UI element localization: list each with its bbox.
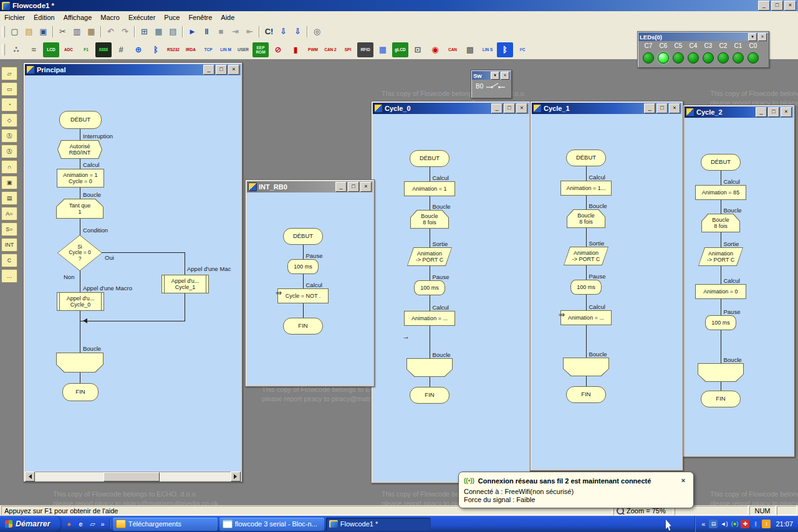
close-button[interactable]: ×: [669, 103, 680, 113]
led-C1[interactable]: [733, 52, 744, 64]
scrollbar-track[interactable]: [35, 472, 231, 481]
component-eeprom-button[interactable]: EEP ROM: [252, 42, 269, 57]
maximize-button[interactable]: □: [771, 1, 783, 11]
component-internet-button[interactable]: ⊕: [130, 42, 147, 57]
window-principal-titlebar[interactable]: Principal _□×: [25, 64, 241, 75]
flow-output[interactable]: Animation -> PORT C: [698, 247, 743, 266]
flow-calc[interactable]: Animation = 0: [695, 284, 746, 299]
switch-panel-titlebar[interactable]: Sw ▾×: [472, 71, 511, 80]
component-bluetooth-button[interactable]: ᛒ: [148, 42, 164, 57]
compile-button[interactable]: C!: [262, 25, 276, 39]
collapse-button[interactable]: ▾: [748, 33, 757, 41]
tool-loop-button[interactable]: ∩: [1, 160, 17, 174]
component-user-button[interactable]: USER: [235, 42, 251, 57]
security-icon[interactable]: ✚: [741, 520, 749, 528]
taskbar-task-bloc-notes[interactable]: flowcode 3 serial - Bloc-n...: [219, 518, 324, 531]
view-panel-button[interactable]: ▦: [151, 25, 166, 39]
component-speedo-button[interactable]: ◉: [427, 42, 443, 57]
close-button[interactable]: ×: [781, 107, 792, 117]
minimize-button[interactable]: _: [756, 107, 767, 117]
flow-macro-call-cycle1[interactable]: Appel d'u... Cycle_1: [161, 275, 209, 293]
led-C4[interactable]: [688, 52, 699, 64]
step-into-button[interactable]: ⇥: [228, 25, 243, 39]
close-button[interactable]: ×: [501, 72, 509, 80]
flow-calculation[interactable]: Animation = 1 Cycle = 0: [57, 169, 104, 188]
window-cycle-1-titlebar[interactable]: Cycle_1 _□×: [532, 103, 681, 114]
cut-button[interactable]: ✂: [55, 25, 70, 39]
flow-calc[interactable]: Animation = ...: [560, 310, 612, 325]
component-disable-button[interactable]: ⊘: [270, 42, 286, 57]
tool-connection-button[interactable]: Ⓐ: [1, 129, 17, 143]
stop-button[interactable]: ■: [214, 25, 228, 39]
switch-panel[interactable]: Sw ▾× B0: [471, 70, 512, 98]
flow-loop-end[interactable]: [406, 358, 453, 377]
tool-calculation-button[interactable]: A=: [1, 207, 17, 221]
tray-chevron-icon[interactable]: «: [700, 520, 706, 528]
taskbar-task-telechargements[interactable]: Téléchargements: [113, 518, 218, 531]
component-pwm-button[interactable]: PWM: [305, 42, 321, 57]
window-cycle-0-titlebar[interactable]: Cycle_0 _□×: [373, 103, 529, 114]
run-button[interactable]: ►: [185, 25, 200, 39]
copy-button[interactable]: ▥: [70, 25, 84, 39]
maximize-button[interactable]: □: [504, 103, 515, 113]
close-button[interactable]: ×: [784, 1, 796, 11]
component-7seg-button[interactable]: 8888: [95, 42, 112, 57]
flow-end[interactable]: FIN: [62, 383, 99, 401]
tool-component-macro-button[interactable]: ▤: [1, 191, 17, 205]
flow-end[interactable]: FIN: [283, 318, 323, 335]
component-can-button[interactable]: CAN: [445, 42, 461, 57]
window-int-rb0[interactable]: INT_RB0 _□× DÉBUTPause100 msCalculCycle …: [245, 179, 375, 387]
flow-start[interactable]: DÉBUT: [566, 150, 606, 166]
flow-start[interactable]: DÉBUT: [410, 150, 449, 167]
start-button[interactable]: Démarrer: [0, 516, 60, 532]
minimize-button[interactable]: _: [491, 103, 502, 113]
wireless-notification-balloon[interactable]: ((•)) Connexion réseau sans fil 2 est ma…: [458, 472, 694, 508]
switch-icon[interactable]: [486, 82, 505, 90]
led-C3[interactable]: [703, 52, 714, 64]
leds-panel-titlebar[interactable]: LEDs(0) ▾×: [638, 32, 768, 41]
scroll-right-button[interactable]: [231, 472, 241, 482]
volume-icon[interactable]: ◄): [719, 520, 728, 528]
flow-output[interactable]: Animation -> PORT C: [564, 247, 608, 265]
maximize-button[interactable]: □: [348, 182, 359, 192]
component-lin-slave-button[interactable]: LIN S: [479, 42, 496, 57]
redo-button[interactable]: ↷: [118, 25, 132, 39]
component-rfid-button[interactable]: RFID: [357, 42, 373, 57]
menu-item-7[interactable]: Fenêtre: [184, 12, 216, 22]
launch-browser-icon[interactable]: ●: [64, 519, 74, 529]
flow-pause[interactable]: 100 ms: [570, 280, 602, 295]
compile-hex-button[interactable]: ⇩: [276, 25, 291, 39]
window-cycle-0[interactable]: Cycle_0 _□× DÉBUTCalculAnimation = 1Bouc…: [371, 101, 531, 483]
component-lcd-button[interactable]: LCD: [43, 42, 59, 57]
component-can2-button[interactable]: CAN 2: [322, 42, 339, 57]
flow-pause[interactable]: 100 ms: [287, 259, 319, 274]
flow-loop-end[interactable]: [56, 353, 103, 373]
component-nets-button[interactable]: ≈: [26, 42, 42, 57]
flow-pause[interactable]: 100 ms: [414, 280, 445, 295]
principal-canvas[interactable]: Interruption Calcul Boucle Condition Oui…: [25, 75, 241, 472]
paste-button[interactable]: ▦: [84, 25, 99, 39]
flow-calc[interactable]: Animation = ...: [404, 311, 455, 326]
view-code-button[interactable]: ▤: [166, 25, 180, 39]
view-flowchart-button[interactable]: ⊞: [137, 25, 151, 39]
compile-chip-button[interactable]: ⇩: [291, 25, 305, 39]
component-irda-button[interactable]: IRDA: [183, 42, 199, 57]
open-button[interactable]: ▤: [22, 25, 36, 39]
tool-macro-button[interactable]: ▣: [1, 176, 17, 189]
maximize-button[interactable]: □: [656, 103, 668, 113]
minimize-button[interactable]: _: [644, 103, 655, 113]
component-lin-master-button[interactable]: LIN M: [218, 42, 234, 57]
minimize-button[interactable]: _: [335, 182, 347, 192]
flow-loop-start[interactable]: Tant que 1: [56, 199, 103, 219]
flow-end[interactable]: FIN: [701, 391, 741, 407]
undo-button[interactable]: ↶: [103, 25, 118, 39]
updates-icon[interactable]: !: [762, 520, 771, 528]
new-button[interactable]: ▢: [7, 25, 22, 39]
maximize-button[interactable]: □: [216, 65, 227, 75]
scrollbar-thumb[interactable]: [103, 472, 160, 482]
flow-pause[interactable]: 100 ms: [705, 315, 736, 330]
quick-launch-chevron-icon[interactable]: »: [100, 520, 106, 528]
led-C7[interactable]: [643, 52, 654, 64]
network-icon[interactable]: ⊟: [709, 520, 718, 528]
tool-output-button[interactable]: ▭: [1, 82, 17, 96]
